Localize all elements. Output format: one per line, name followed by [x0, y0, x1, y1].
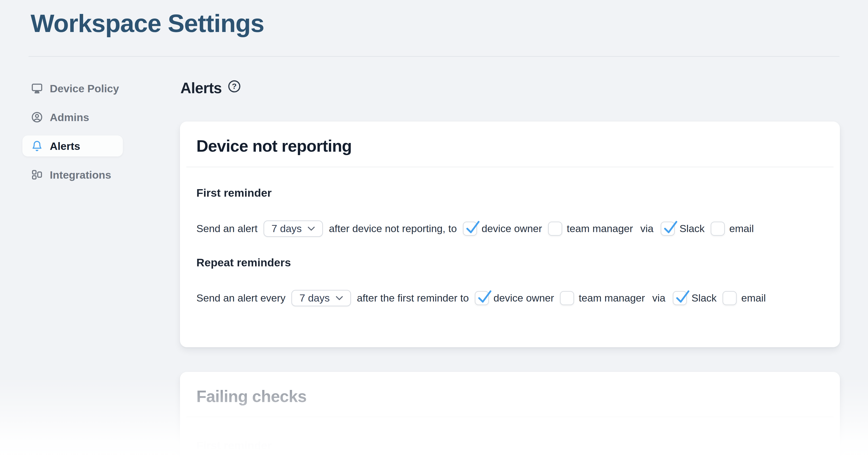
- repeat-reminders-heading: Repeat reminders: [196, 256, 824, 269]
- channel-email-group: email: [711, 222, 754, 236]
- checkbox-team-manager[interactable]: [548, 222, 562, 236]
- checkbox-email[interactable]: [722, 291, 737, 305]
- row-middle-text: after the first reminder to: [357, 292, 469, 304]
- channel-slack-group: Slack: [673, 291, 717, 305]
- sidebar-item-integrations[interactable]: Integrations: [22, 164, 123, 185]
- recipient-device-owner-group: device owner: [475, 291, 554, 305]
- sidebar-item-alerts[interactable]: Alerts: [22, 135, 123, 156]
- card-title: Failing checks: [196, 386, 824, 406]
- recipient-device-owner-group: device owner: [463, 222, 542, 236]
- sidebar-item-label: Alerts: [50, 141, 80, 151]
- chevron-down-icon: [336, 296, 343, 300]
- checkbox-label: Slack: [691, 292, 717, 304]
- card-divider: [186, 167, 834, 167]
- help-circle-icon[interactable]: ?: [228, 80, 241, 93]
- first-reminder-row: Send an alert 7 days after device not re…: [196, 220, 824, 237]
- first-reminder-heading: First reminder: [196, 186, 824, 199]
- bell-icon: [31, 140, 43, 152]
- via-text: via: [640, 223, 654, 235]
- user-circle-icon: [31, 111, 43, 123]
- interval-select[interactable]: 7 days: [264, 220, 323, 237]
- sidebar-item-label: Admins: [50, 112, 89, 123]
- repeat-reminders-row: Send an alert every 7 days after the fir…: [196, 290, 824, 306]
- page-title: Workspace Settings: [31, 9, 264, 38]
- checkbox-device-owner[interactable]: [475, 291, 489, 305]
- checkbox-label: email: [741, 292, 766, 304]
- row-middle-text: after device not reporting, to: [329, 223, 457, 235]
- checkbox-label: Slack: [679, 223, 705, 235]
- card-title: Device not reporting: [196, 136, 824, 156]
- interval-select-value: 7 days: [299, 292, 330, 304]
- card-divider: [186, 417, 834, 417]
- checkbox-email[interactable]: [711, 222, 725, 236]
- via-text: via: [652, 292, 665, 304]
- checkbox-device-owner[interactable]: [463, 222, 477, 236]
- checkbox-slack[interactable]: [661, 222, 675, 236]
- recipient-team-manager-group: team manager: [548, 222, 633, 236]
- svg-text:?: ?: [232, 82, 237, 90]
- checkbox-slack[interactable]: [673, 291, 687, 305]
- row-prefix-text: Send an alert every: [196, 292, 285, 304]
- alerts-page-heading: Alerts: [180, 81, 222, 95]
- checkbox-label: device owner: [494, 292, 554, 304]
- header-divider: [29, 56, 839, 57]
- sidebar-item-label: Device Policy: [50, 83, 119, 94]
- checkbox-team-manager[interactable]: [560, 291, 574, 305]
- monitor-icon: [31, 83, 43, 94]
- interval-select-value: 7 days: [272, 223, 302, 235]
- blocks-icon: [31, 169, 43, 181]
- recipient-team-manager-group: team manager: [560, 291, 645, 305]
- settings-sidebar: Device Policy Admins Alerts: [22, 78, 123, 193]
- sidebar-item-label: Integrations: [50, 169, 111, 180]
- sidebar-item-admins[interactable]: Admins: [22, 107, 123, 128]
- failing-checks-card: Failing checks First reminder: [180, 372, 840, 466]
- interval-select[interactable]: 7 days: [291, 290, 351, 306]
- channel-slack-group: Slack: [661, 222, 705, 236]
- sidebar-item-device-policy[interactable]: Device Policy: [22, 78, 123, 99]
- device-not-reporting-card: Device not reporting First reminder Send…: [180, 122, 840, 347]
- alerts-heading-row: Alerts ?: [180, 81, 241, 95]
- channel-email-group: email: [722, 291, 766, 305]
- checkbox-label: team manager: [579, 292, 645, 304]
- checkbox-label: device owner: [482, 223, 542, 235]
- chevron-down-icon: [308, 226, 315, 231]
- row-prefix-text: Send an alert: [196, 223, 257, 235]
- checkbox-label: email: [730, 223, 754, 235]
- first-reminder-heading: First reminder: [196, 439, 824, 452]
- checkbox-label: team manager: [567, 223, 633, 235]
